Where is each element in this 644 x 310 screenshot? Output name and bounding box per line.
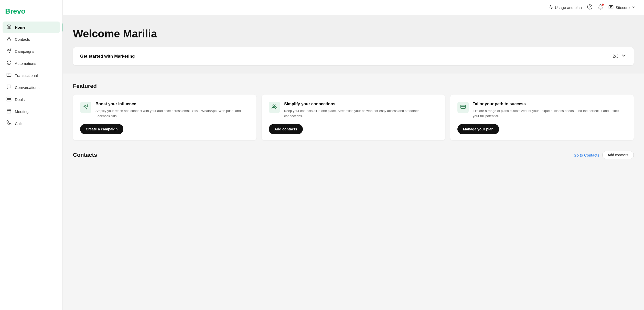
svg-rect-4 bbox=[7, 97, 11, 98]
help-icon-button[interactable] bbox=[587, 4, 593, 11]
simplify-body: Simplify your connections Keep your cont… bbox=[284, 102, 438, 118]
contacts-actions: Go to Contacts Add contacts bbox=[574, 151, 634, 159]
simplify-title: Simplify your connections bbox=[284, 102, 438, 106]
get-started-label: Get started with Marketing bbox=[80, 54, 135, 59]
top-header: Usage and plan Sitecore bbox=[63, 0, 644, 15]
logo: Brevo bbox=[0, 5, 62, 22]
tailor-icon-wrap bbox=[457, 102, 469, 113]
conversations-icon bbox=[6, 84, 12, 91]
tailor-title: Tailor your path to success bbox=[473, 102, 627, 106]
main-content: Welcome Marilia Get started with Marketi… bbox=[63, 15, 644, 310]
deals-icon bbox=[6, 96, 12, 103]
sidebar-item-automations[interactable]: Automations bbox=[3, 58, 60, 69]
simplify-desc: Keep your contacts all in one place. Str… bbox=[284, 108, 438, 118]
get-started-chevron-icon bbox=[621, 53, 627, 60]
featured-cards-grid: Boost your influence Amplify your reach … bbox=[73, 95, 634, 140]
automations-icon bbox=[6, 60, 12, 67]
account-menu[interactable]: Sitecore bbox=[608, 5, 636, 11]
sidebar-item-home-label: Home bbox=[15, 25, 26, 29]
sidebar-item-campaigns-label: Campaigns bbox=[15, 49, 34, 54]
svg-rect-7 bbox=[7, 109, 11, 113]
manage-plan-button[interactable]: Manage your plan bbox=[457, 124, 499, 134]
sidebar-item-contacts-label: Contacts bbox=[15, 37, 30, 42]
svg-point-0 bbox=[8, 37, 10, 39]
main-area: Usage and plan Sitecore Welcome Marilia … bbox=[63, 0, 644, 310]
svg-rect-6 bbox=[7, 100, 11, 101]
welcome-title: Welcome Marilia bbox=[73, 28, 634, 40]
feature-card-tailor-header: Tailor your path to success Explore a ra… bbox=[457, 102, 627, 118]
sidebar-item-campaigns[interactable]: Campaigns bbox=[3, 46, 60, 57]
contacts-section-header: Contacts Go to Contacts Add contacts bbox=[73, 151, 634, 159]
meetings-icon bbox=[6, 108, 12, 115]
boost-desc: Amplify your reach and connect with your… bbox=[95, 108, 249, 118]
sidebar-item-meetings[interactable]: Meetings bbox=[3, 106, 60, 117]
sidebar-item-deals-label: Deals bbox=[15, 97, 25, 102]
boost-icon bbox=[83, 104, 89, 111]
sidebar-item-conversations[interactable]: Conversations bbox=[3, 82, 60, 93]
feature-card-boost-header: Boost your influence Amplify your reach … bbox=[80, 102, 249, 118]
usage-icon bbox=[549, 5, 553, 10]
boost-icon-wrap bbox=[80, 102, 91, 113]
sidebar-item-calls-label: Calls bbox=[15, 121, 23, 126]
tailor-body: Tailor your path to success Explore a ra… bbox=[473, 102, 627, 118]
svg-rect-5 bbox=[7, 98, 11, 99]
sidebar-item-transactional-label: Transactional bbox=[15, 73, 38, 78]
logo-text: Brevo bbox=[5, 7, 25, 15]
featured-title: Featured bbox=[73, 83, 634, 89]
featured-section: Featured Boost your influence Amplify yo… bbox=[63, 74, 644, 173]
account-icon bbox=[608, 5, 614, 11]
get-started-card[interactable]: Get started with Marketing 2/3 bbox=[73, 47, 634, 65]
contacts-icon bbox=[6, 36, 12, 43]
tailor-desc: Explore a range of plans customized for … bbox=[473, 108, 627, 118]
feature-card-simplify-header: Simplify your connections Keep your cont… bbox=[269, 102, 438, 118]
boost-title: Boost your influence bbox=[95, 102, 249, 106]
sidebar-item-home[interactable]: Home bbox=[3, 22, 60, 33]
sidebar-item-calls[interactable]: Calls bbox=[3, 118, 60, 129]
sidebar-item-transactional[interactable]: Transactional bbox=[3, 70, 60, 81]
add-contacts-button[interactable]: Add contacts bbox=[269, 124, 303, 134]
calls-icon bbox=[6, 120, 12, 127]
usage-label: Usage and plan bbox=[555, 5, 582, 10]
account-chevron-icon bbox=[632, 5, 636, 10]
sidebar-item-conversations-label: Conversations bbox=[15, 85, 39, 90]
feature-card-tailor: Tailor your path to success Explore a ra… bbox=[450, 95, 634, 140]
sidebar-nav: Home Contacts Campaigns Automations Tran bbox=[0, 22, 62, 129]
campaigns-icon bbox=[6, 48, 12, 55]
feature-card-simplify: Simplify your connections Keep your cont… bbox=[262, 95, 445, 140]
add-contacts-section-button[interactable]: Add contacts bbox=[602, 151, 634, 159]
home-icon bbox=[6, 24, 12, 30]
progress-text: 2/3 bbox=[613, 54, 618, 59]
contacts-section-title: Contacts bbox=[73, 152, 97, 158]
sidebar-item-deals[interactable]: Deals bbox=[3, 94, 60, 105]
create-campaign-button[interactable]: Create a campaign bbox=[80, 124, 123, 134]
svg-point-16 bbox=[273, 105, 275, 106]
boost-body: Boost your influence Amplify your reach … bbox=[95, 102, 249, 118]
welcome-banner: Welcome Marilia Get started with Marketi… bbox=[63, 15, 644, 74]
svg-rect-17 bbox=[461, 105, 465, 108]
feature-card-boost: Boost your influence Amplify your reach … bbox=[73, 95, 256, 140]
account-name: Sitecore bbox=[616, 5, 630, 10]
sidebar-item-automations-label: Automations bbox=[15, 61, 36, 66]
sidebar: Brevo Home Contacts Campaigns Automatio bbox=[0, 0, 63, 310]
usage-and-plan-button[interactable]: Usage and plan bbox=[549, 5, 582, 10]
sidebar-item-contacts[interactable]: Contacts bbox=[3, 34, 60, 45]
simplify-icon bbox=[272, 104, 277, 111]
notifications-bell[interactable] bbox=[598, 4, 603, 11]
transactional-icon bbox=[6, 72, 12, 79]
notification-dot bbox=[602, 4, 604, 6]
get-started-progress: 2/3 bbox=[613, 53, 627, 60]
sidebar-item-meetings-label: Meetings bbox=[15, 109, 30, 114]
simplify-icon-wrap bbox=[269, 102, 280, 113]
tailor-icon bbox=[460, 104, 466, 111]
go-to-contacts-link[interactable]: Go to Contacts bbox=[574, 153, 599, 157]
